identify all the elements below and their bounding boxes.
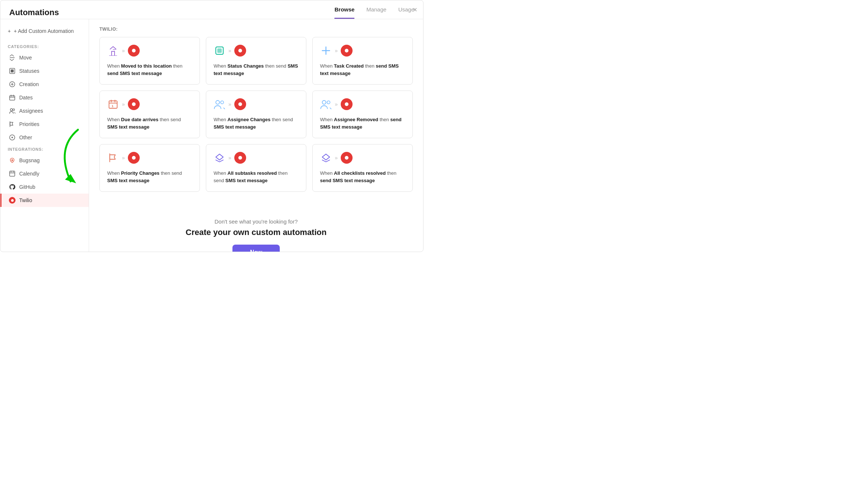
- svg-rect-3: [10, 96, 15, 100]
- other-icon: [9, 134, 16, 141]
- cta-subtitle: Don't see what you're looking for?: [107, 218, 405, 225]
- card-icons: »: [107, 152, 192, 164]
- new-automation-button[interactable]: New: [232, 245, 280, 252]
- sidebar-item-statuses[interactable]: Statuses: [0, 64, 89, 78]
- sidebar-item-dates[interactable]: Dates: [0, 91, 89, 104]
- sidebar-item-github[interactable]: GitHub: [0, 180, 89, 194]
- status-trigger-icon: [214, 45, 225, 57]
- card-task-created[interactable]: » When Task Created then send SMS text m…: [312, 37, 413, 85]
- main-layout: + + Add Custom Automation CATEGORIES: Mo…: [0, 19, 423, 252]
- sidebar-item-twilio[interactable]: Twilio: [0, 194, 89, 207]
- card-assignee-changes[interactable]: » When Assignee Changes then send SMS te…: [206, 91, 306, 138]
- sidebar-statuses-label: Statuses: [19, 68, 39, 74]
- task-created-trigger-icon: [320, 45, 332, 57]
- sidebar-item-creation[interactable]: Creation: [0, 78, 89, 91]
- add-automation-label: + Add Custom Automation: [14, 28, 74, 34]
- integrations-label: INTEGRATIONS:: [0, 144, 89, 154]
- calendly-icon: [9, 170, 16, 177]
- arrow-right-icon: »: [335, 155, 338, 161]
- section-label: TWILIO:: [99, 27, 413, 32]
- card-due-date[interactable]: 1 » When Due date arrives then send SMS …: [99, 91, 200, 138]
- tab-browse[interactable]: Browse: [334, 6, 354, 19]
- twilio-action-icon: [128, 98, 140, 110]
- card-icons: »: [107, 45, 192, 57]
- assignee-removed-trigger-icon: [320, 98, 332, 110]
- card-icons: »: [320, 152, 405, 164]
- svg-point-15: [322, 101, 326, 104]
- card-subtasks-resolved[interactable]: » When All subtasks resolved then send S…: [206, 144, 306, 192]
- sidebar-item-other[interactable]: Other: [0, 131, 89, 144]
- svg-text:1: 1: [112, 104, 113, 108]
- priorities-icon: [9, 121, 16, 127]
- card-priority-changes[interactable]: » When Priority Changes then send SMS te…: [99, 144, 200, 192]
- sidebar: + + Add Custom Automation CATEGORIES: Mo…: [0, 19, 89, 252]
- sidebar-bugsnag-label: Bugsnag: [19, 157, 40, 163]
- sidebar-item-priorities[interactable]: Priorities: [0, 118, 89, 131]
- assignees-icon: [9, 108, 16, 114]
- twilio-action-icon: [128, 45, 140, 57]
- tab-manage[interactable]: Manage: [366, 6, 386, 19]
- card-text: When Moved to this location then send SM…: [107, 62, 192, 77]
- page-title: Automations: [9, 8, 59, 17]
- plus-icon: +: [8, 28, 11, 34]
- card-icons: 1 »: [107, 98, 192, 110]
- statuses-icon: [9, 68, 16, 74]
- twilio-action-icon: [234, 45, 246, 57]
- sidebar-item-calendly[interactable]: Calendly: [0, 167, 89, 180]
- sidebar-twilio-label: Twilio: [19, 197, 32, 203]
- card-text: When Task Created then send SMS text mes…: [320, 62, 405, 77]
- card-icons: »: [320, 98, 405, 110]
- card-icons: »: [214, 98, 299, 110]
- twilio-action-icon: [341, 152, 353, 164]
- card-text: When Priority Changes then send SMS text…: [107, 170, 192, 184]
- card-status-changes[interactable]: » When Status Changes then send SMS text…: [206, 37, 306, 85]
- creation-icon: [9, 81, 16, 88]
- svg-rect-8: [10, 171, 15, 176]
- arrow-right-icon: »: [228, 155, 231, 161]
- card-text: When All checklists resolved then send S…: [320, 170, 405, 184]
- checklists-trigger-icon: [320, 152, 332, 164]
- arrow-right-icon: »: [335, 48, 338, 54]
- card-icons: »: [320, 45, 405, 57]
- twilio-action-icon: [128, 152, 140, 164]
- twilio-action-icon: [341, 45, 353, 57]
- svg-point-16: [327, 101, 330, 104]
- twilio-action-icon: [234, 152, 246, 164]
- sidebar-item-assignees[interactable]: Assignees: [0, 104, 89, 118]
- card-text: When All subtasks resolved then send SMS…: [214, 170, 299, 184]
- card-checklists-resolved[interactable]: » When All checklists resolved then send…: [312, 144, 413, 192]
- close-button[interactable]: ×: [413, 6, 417, 14]
- svg-point-13: [216, 101, 220, 104]
- tab-bar: Browse Manage Usage: [334, 6, 414, 19]
- sidebar-move-label: Move: [19, 55, 32, 61]
- sidebar-priorities-label: Priorities: [19, 121, 39, 127]
- svg-rect-1: [11, 69, 14, 72]
- arrow-right-icon: »: [122, 155, 125, 161]
- twilio-sidebar-icon: [9, 197, 16, 204]
- svg-point-7: [11, 137, 13, 138]
- due-date-trigger-icon: 1: [107, 98, 119, 110]
- app-container: Automations Browse Manage Usage × + + Ad…: [0, 0, 424, 252]
- sidebar-item-bugsnag[interactable]: Bugsnag: [0, 154, 89, 167]
- card-icons: »: [214, 152, 299, 164]
- arrow-right-icon: »: [122, 101, 125, 107]
- sidebar-calendly-label: Calendly: [19, 171, 39, 177]
- sidebar-creation-label: Creation: [19, 81, 39, 87]
- sidebar-item-move[interactable]: Move: [0, 51, 89, 64]
- tab-usage[interactable]: Usage: [398, 6, 414, 19]
- bottom-cta: Don't see what you're looking for? Creat…: [99, 204, 413, 252]
- subtasks-trigger-icon: [214, 152, 225, 164]
- arrow-right-icon: »: [122, 48, 125, 54]
- assignee-changes-trigger-icon: [214, 98, 225, 110]
- header: Automations Browse Manage Usage ×: [0, 0, 423, 19]
- card-text: When Status Changes then send SMS text m…: [214, 62, 299, 77]
- svg-rect-10: [217, 48, 222, 53]
- card-text: When Due date arrives then send SMS text…: [107, 116, 192, 130]
- automation-cards-grid: » When Moved to this location then send …: [99, 37, 413, 192]
- add-custom-automation-button[interactable]: + + Add Custom Automation: [0, 25, 89, 37]
- card-assignee-removed[interactable]: » When Assignee Removed then send SMS te…: [312, 91, 413, 138]
- twilio-action-icon: [234, 98, 246, 110]
- sidebar-dates-label: Dates: [19, 95, 33, 101]
- priority-trigger-icon: [107, 152, 119, 164]
- card-moved-location[interactable]: » When Moved to this location then send …: [99, 37, 200, 85]
